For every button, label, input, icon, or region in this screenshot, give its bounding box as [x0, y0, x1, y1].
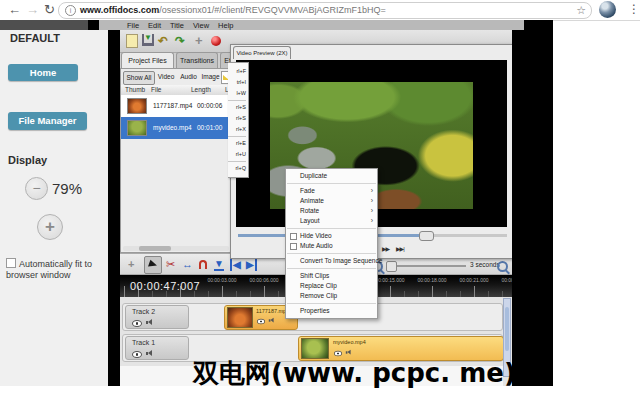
menu-edit[interactable]: Edit — [148, 21, 161, 30]
menu-item-convert-to-image-sequence[interactable]: Convert To Image Sequence — [286, 256, 377, 266]
menu-shortcut[interactable]: rl+S — [228, 102, 246, 113]
ruler-label: 00:00:03.000 — [204, 277, 240, 283]
resize-tool-icon[interactable]: ↔ — [182, 258, 193, 271]
menu-file[interactable]: File — [127, 21, 139, 30]
redo-icon[interactable]: ↷ — [175, 34, 185, 48]
seek-end-button[interactable]: ▶▶| — [396, 245, 404, 252]
menu-item-duplicate[interactable]: Duplicate — [286, 171, 377, 181]
menu-item-rotate[interactable]: Rotate› — [286, 206, 377, 216]
previous-marker-icon[interactable]: ◀ — [230, 258, 241, 271]
menu-separator — [228, 136, 246, 137]
top-strip-black-left — [88, 20, 99, 30]
track-visibility-icon[interactable] — [132, 351, 142, 358]
files-horizontal-scrollbar[interactable] — [123, 246, 229, 251]
browser-menu-icon[interactable]: ⋮ — [628, 2, 640, 16]
arrow-tool-icon[interactable] — [144, 256, 162, 274]
menu-item-replace-clip[interactable]: Replace Clip — [286, 281, 377, 291]
new-project-icon[interactable] — [126, 34, 138, 48]
info-icon[interactable]: i — [65, 5, 76, 16]
track-audio-icon[interactable] — [146, 319, 154, 326]
url-text: www.offidocs.com/osessionx01/#/client/RE… — [80, 5, 386, 15]
menu-shortcut[interactable]: rl+U — [228, 149, 246, 160]
video-preview-tab[interactable]: Video Preview (2X) — [233, 46, 291, 59]
file-row[interactable]: 1177187.mp4 00:00:06 — [121, 95, 231, 117]
zoom-out-button[interactable]: − — [25, 177, 48, 200]
filter-image[interactable]: Image — [200, 71, 221, 83]
import-arrow-glyph: ▼ — [144, 34, 152, 42]
timeline-zoom-slider[interactable] — [386, 265, 466, 267]
menu-item-layout[interactable]: Layout› — [286, 216, 377, 226]
menu-shortcut[interactable]: rl+Q — [228, 163, 246, 174]
menu-item-label: Layout — [300, 217, 320, 224]
snap-magnet-icon[interactable] — [199, 260, 207, 269]
filter-video[interactable]: Video — [155, 71, 177, 83]
file-name: 1177187.mp4 — [153, 102, 192, 109]
razor-tool-icon[interactable]: ✂ — [166, 258, 175, 271]
preview-seek-handle[interactable] — [419, 231, 434, 241]
timeline-zoom-label: 3 seconds — [470, 261, 500, 268]
add-track-icon[interactable]: + — [128, 258, 134, 271]
menu-item-properties[interactable]: Properties — [286, 306, 377, 316]
menu-separator — [287, 183, 376, 184]
menu-item-remove-clip[interactable]: Remove Clip — [286, 291, 377, 301]
profile-avatar[interactable] — [599, 1, 616, 18]
menu-view[interactable]: View — [193, 21, 209, 30]
move-tool-icon[interactable]: + — [195, 34, 203, 48]
track-name: Track 2 — [132, 308, 155, 315]
filter-audio[interactable]: Audio — [178, 71, 199, 83]
menu-shortcut[interactable]: trl+I — [228, 77, 246, 88]
forward-button[interactable]: → — [26, 2, 39, 17]
clip-audio-icon[interactable] — [346, 350, 352, 356]
fit-checkbox[interactable] — [6, 258, 16, 268]
track-header[interactable]: Track 1 — [125, 336, 189, 360]
clip-audio-icon[interactable] — [269, 318, 275, 324]
address-bar[interactable]: i www.offidocs.com/osessionx01/#/client/… — [58, 2, 592, 19]
menu-shortcut[interactable]: rl+E — [228, 138, 246, 149]
menu-item-label: Mute Audio — [300, 242, 333, 249]
menu-item-label: Rotate — [300, 207, 319, 214]
menu-shortcut[interactable]: rl+F — [228, 66, 246, 77]
menu-item-shift-clips[interactable]: Shift Clips — [286, 271, 377, 281]
file-manager-button[interactable]: File Manager — [8, 112, 87, 130]
menu-title[interactable]: Title — [170, 21, 184, 30]
clip-visibility-icon[interactable] — [257, 319, 265, 325]
home-button[interactable]: Home — [8, 64, 78, 81]
fast-forward-button[interactable]: ▶▶ — [382, 245, 389, 252]
open-file-menu-strip: rl+F trl+I l+W rl+S rl+S rl+X rl+E rl+U … — [228, 62, 249, 178]
file-length: 00:01:00 — [197, 124, 222, 131]
undo-icon[interactable]: ↶ — [158, 34, 168, 48]
record-icon[interactable] — [211, 36, 221, 46]
menu-shortcut[interactable]: rl+X — [228, 124, 246, 135]
filter-show-all[interactable]: Show All — [123, 71, 155, 85]
add-marker-icon[interactable]: ▼ — [214, 258, 224, 271]
menu-shortcut[interactable]: rl+S — [228, 113, 246, 124]
menu-shortcut[interactable]: l+W — [228, 88, 246, 99]
tab-project-files[interactable]: Project Files — [121, 52, 174, 68]
tab-transitions[interactable]: Transitions — [176, 52, 218, 68]
bookmark-star-icon[interactable]: ☆ — [576, 4, 586, 17]
import-files-icon[interactable]: ▼ — [142, 34, 154, 46]
divider-right — [512, 30, 553, 386]
menu-separator — [287, 253, 376, 254]
file-name: myvideo.mp4 — [153, 124, 192, 131]
timeline-zoom-in-icon[interactable] — [497, 261, 508, 272]
reload-button[interactable]: ↻ — [44, 2, 55, 17]
menu-item-mute-audio[interactable]: Mute Audio — [286, 241, 377, 251]
menu-item-hide-video[interactable]: Hide Video — [286, 231, 377, 241]
next-marker-icon[interactable]: ▶ — [246, 258, 257, 271]
file-row-selected[interactable]: myvideo.mp4 00:01:00 — [121, 117, 231, 139]
track-header[interactable]: Track 2 — [125, 305, 189, 329]
sidebar: DEFAULT Home File Manager Display − 79% … — [0, 30, 108, 386]
timeline-zoom-handle[interactable] — [386, 261, 397, 272]
track-audio-icon[interactable] — [146, 350, 154, 357]
zoom-in-button[interactable]: + — [37, 214, 63, 240]
track-visibility-icon[interactable] — [132, 320, 142, 327]
fit-checkbox-row[interactable]: Automatically fit to browser window — [6, 258, 101, 281]
menu-help[interactable]: Help — [218, 21, 233, 30]
menu-separator — [287, 268, 376, 269]
clip-context-menu: Duplicate Fade› Animate› Rotate› Layout›… — [285, 168, 378, 319]
menu-item-fade[interactable]: Fade› — [286, 186, 377, 196]
menu-item-animate[interactable]: Animate› — [286, 196, 377, 206]
page: ← → ↻ i www.offidocs.com/osessionx01/#/c… — [0, 0, 640, 400]
back-button[interactable]: ← — [8, 2, 21, 17]
